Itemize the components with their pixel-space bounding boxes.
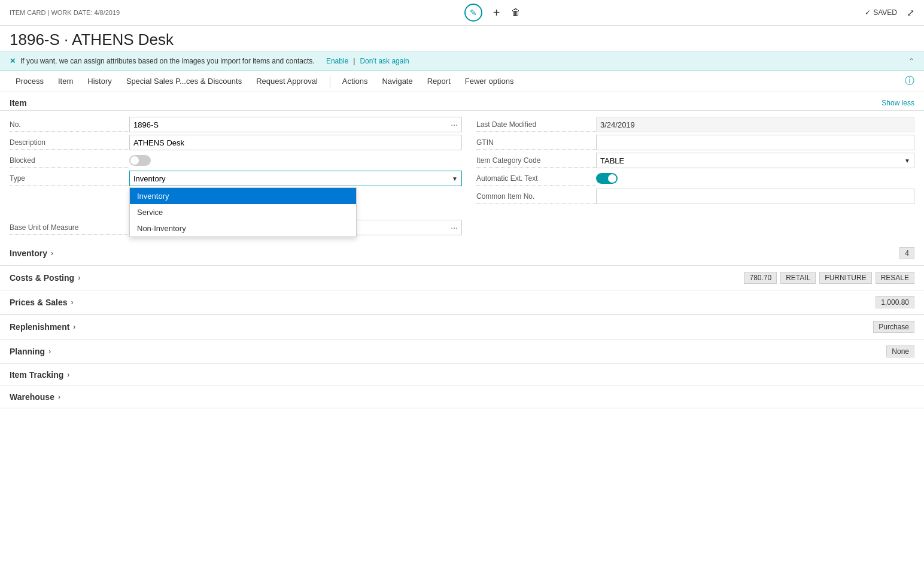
- common-item-field: [596, 189, 914, 204]
- nav-report[interactable]: Report: [421, 74, 457, 88]
- replenishment-chevron-icon: ›: [73, 323, 75, 331]
- planning-chevron-icon: ›: [48, 347, 51, 356]
- replenishment-title: Replenishment: [10, 322, 69, 332]
- info-icon[interactable]: ⓘ: [905, 75, 914, 87]
- warehouse-title: Warehouse: [10, 392, 54, 402]
- blocked-toggle[interactable]: [129, 155, 151, 166]
- no-dots-button[interactable]: ···: [447, 120, 461, 129]
- last-date-label: Last Date Modified: [476, 118, 596, 132]
- prices-sales-section: Prices & Sales › 1,000.80: [0, 290, 924, 315]
- nav-navigate[interactable]: Navigate: [376, 74, 418, 88]
- warehouse-section: Warehouse ›: [0, 386, 924, 408]
- add-button[interactable]: +: [493, 6, 500, 20]
- costs-posting-chevron-icon: ›: [78, 274, 80, 282]
- nav-history[interactable]: History: [81, 74, 117, 88]
- warehouse-title-area: Warehouse ›: [10, 392, 60, 402]
- nav-fewer-options[interactable]: Fewer options: [459, 74, 520, 88]
- replenishment-section: Replenishment › Purchase: [0, 315, 924, 339]
- item-section-title: Item: [10, 98, 27, 108]
- last-date-row: Last Date Modified: [476, 116, 914, 134]
- blocked-toggle-container: [129, 155, 462, 166]
- prices-sales-badges: 1,000.80: [876, 296, 914, 308]
- last-date-input: [596, 117, 914, 132]
- auto-ext-field: [596, 173, 914, 184]
- no-label: No.: [10, 118, 129, 132]
- auto-ext-label: Automatic Ext. Text: [476, 172, 596, 186]
- edit-button[interactable]: ✎: [464, 4, 482, 22]
- banner-chevron-icon[interactable]: ⌃: [908, 57, 914, 65]
- nav-special-sales[interactable]: Special Sales P...ces & Discounts: [120, 74, 248, 88]
- no-field: ···: [129, 117, 462, 132]
- inventory-section-header[interactable]: Inventory › 4: [0, 241, 924, 265]
- item-form: No. ··· Description Blocked: [0, 111, 924, 241]
- common-item-label: Common Item No.: [476, 190, 596, 204]
- item-tracking-chevron-icon: ›: [67, 371, 69, 379]
- item-section-header[interactable]: Item Show less: [0, 92, 924, 111]
- warehouse-header[interactable]: Warehouse ›: [0, 386, 924, 408]
- type-select[interactable]: Inventory Service Non-Inventory: [130, 171, 461, 186]
- item-category-select[interactable]: TABLE: [597, 153, 914, 168]
- description-field: [129, 135, 462, 150]
- no-input-wrapper[interactable]: ···: [129, 117, 462, 132]
- info-banner: ✕ If you want, we can assign attributes …: [0, 51, 924, 71]
- dropdown-item-non-inventory[interactable]: Non-Inventory: [130, 220, 356, 236]
- item-tracking-section: Item Tracking ›: [0, 364, 924, 386]
- type-field: Inventory Service Non-Inventory ▼ Invent…: [129, 171, 462, 186]
- nav-bar: Process Item History Special Sales P...c…: [0, 71, 924, 92]
- dropdown-item-service[interactable]: Service: [130, 204, 356, 220]
- description-row: Description: [10, 134, 462, 151]
- prices-sales-title: Prices & Sales: [10, 298, 68, 307]
- top-bar-right: ✓ SAVED ⤢: [865, 7, 914, 19]
- base-uom-dots-button[interactable]: ···: [447, 223, 461, 232]
- common-item-row: Common Item No.: [476, 187, 914, 205]
- costs-posting-badges: 780.70 RETAIL FURNITURE RESALE: [744, 272, 914, 284]
- banner-content: ✕ If you want, we can assign attributes …: [10, 57, 409, 65]
- item-tracking-title-area: Item Tracking ›: [10, 370, 69, 380]
- prices-sales-title-area: Prices & Sales ›: [10, 298, 74, 307]
- type-select-wrapper[interactable]: Inventory Service Non-Inventory ▼: [129, 171, 462, 186]
- nav-separator: [330, 75, 330, 87]
- prices-sales-header[interactable]: Prices & Sales › 1,000.80: [0, 290, 924, 314]
- item-tracking-header[interactable]: Item Tracking ›: [0, 364, 924, 386]
- replenishment-badge: Purchase: [873, 321, 914, 333]
- item-category-select-wrapper[interactable]: TABLE ▼: [596, 153, 914, 168]
- banner-enable-link[interactable]: Enable: [326, 57, 348, 65]
- dropdown-item-inventory[interactable]: Inventory: [130, 188, 356, 204]
- planning-header[interactable]: Planning › None: [0, 339, 924, 363]
- gtin-input[interactable]: [596, 135, 914, 150]
- inventory-chevron-icon: ›: [51, 249, 53, 257]
- auto-ext-toggle[interactable]: [596, 173, 618, 184]
- delete-button[interactable]: 🗑: [511, 7, 521, 18]
- type-dropdown: Inventory Service Non-Inventory: [129, 187, 357, 237]
- warehouse-chevron-icon: ›: [58, 393, 60, 401]
- nav-actions[interactable]: Actions: [336, 74, 374, 88]
- costs-badge-resale: RESALE: [876, 272, 914, 284]
- common-item-input[interactable]: [596, 189, 914, 204]
- banner-close-icon[interactable]: ✕: [10, 57, 16, 65]
- costs-posting-header[interactable]: Costs & Posting › 780.70 RETAIL FURNITUR…: [0, 266, 924, 290]
- breadcrumb: ITEM CARD | WORK DATE: 4/8/2019: [10, 9, 120, 16]
- nav-item[interactable]: Item: [52, 74, 79, 88]
- banner-separator: |: [353, 57, 355, 65]
- nav-process[interactable]: Process: [10, 74, 50, 88]
- banner-dont-ask-link[interactable]: Don't ask again: [360, 57, 409, 65]
- planning-title-area: Planning ›: [10, 347, 51, 356]
- replenishment-title-area: Replenishment ›: [10, 322, 75, 332]
- close-button[interactable]: ⤢: [907, 7, 914, 19]
- gtin-label: GTIN: [476, 136, 596, 150]
- no-input[interactable]: [130, 117, 447, 132]
- description-input[interactable]: [129, 135, 462, 150]
- page-title: 1896-S · ATHENS Desk: [0, 26, 924, 51]
- description-label: Description: [10, 136, 129, 150]
- costs-badge-furniture: FURNITURE: [819, 272, 871, 284]
- item-category-field: TABLE ▼: [596, 153, 914, 168]
- replenishment-header[interactable]: Replenishment › Purchase: [0, 315, 924, 339]
- base-uom-label: Base Unit of Measure: [10, 221, 129, 235]
- auto-ext-row: Automatic Ext. Text: [476, 169, 914, 187]
- costs-posting-section: Costs & Posting › 780.70 RETAIL FURNITUR…: [0, 266, 924, 290]
- auto-ext-toggle-container: [596, 173, 914, 184]
- show-less-link[interactable]: Show less: [882, 99, 914, 107]
- inventory-title: Inventory: [10, 248, 47, 258]
- nav-request-approval[interactable]: Request Approval: [250, 74, 324, 88]
- blocked-field: [129, 155, 462, 166]
